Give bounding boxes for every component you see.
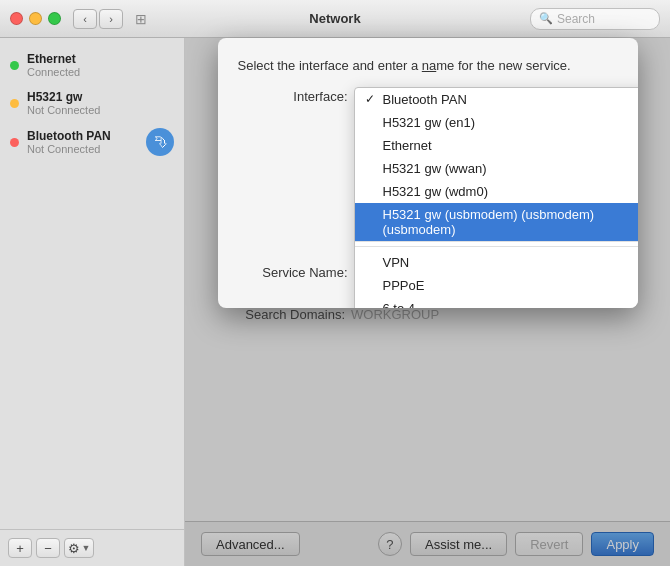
bluetooth-status: Not Connected [27, 143, 111, 155]
ethernet-info: Ethernet Connected [27, 52, 80, 78]
sidebar-item-ethernet[interactable]: Ethernet Connected [0, 46, 184, 84]
titlebar: ‹ › ⊞ Network 🔍 Search [0, 0, 670, 38]
close-button[interactable] [10, 12, 23, 25]
ethernet-name: Ethernet [27, 52, 80, 66]
forward-button[interactable]: › [99, 9, 123, 29]
interface-row: Interface: Bluetooth PAN ▲▼ Bluetooth PA… [238, 87, 618, 108]
dialog-overlay: Select the interface and enter a name fo… [185, 38, 670, 566]
dialog-title: Select the interface and enter a name fo… [238, 58, 618, 73]
add-service-button[interactable]: + [8, 538, 32, 558]
service-name-label: Service Name: [238, 263, 348, 280]
dropdown-item-pppoe[interactable]: PPPoE [355, 274, 638, 297]
h5321-info: H5321 gw Not Connected [27, 90, 100, 116]
h5321-name: H5321 gw [27, 90, 100, 104]
bluetooth-info: Bluetooth PAN Not Connected [27, 129, 111, 155]
sidebar-bottom: + − ⚙ ▼ [0, 529, 184, 566]
new-service-dialog: Select the interface and enter a name fo… [218, 38, 638, 308]
maximize-button[interactable] [48, 12, 61, 25]
dropdown-item-6to4[interactable]: 6 to 4 [355, 297, 638, 308]
main-container: Ethernet Connected H5321 gw Not Connecte… [0, 38, 670, 566]
remove-service-button[interactable]: − [36, 538, 60, 558]
dropdown-item-h5321-wwan[interactable]: H5321 gw (wwan) [355, 157, 638, 180]
dialog-body: Select the interface and enter a name fo… [218, 38, 638, 284]
dropdown-item-h5321-en1[interactable]: H5321 gw (en1) [355, 111, 638, 134]
sidebar-item-h5321[interactable]: H5321 gw Not Connected [0, 84, 184, 122]
bluetooth-name: Bluetooth PAN [27, 129, 111, 143]
dropdown-item-h5321-usbmodem[interactable]: H5321 gw (usbmodem) (usbmodem) (usbmodem… [355, 203, 638, 241]
status-dot-red [10, 138, 19, 147]
dropdown-item-ethernet[interactable]: Ethernet [355, 134, 638, 157]
status-dot-yellow [10, 99, 19, 108]
search-placeholder: Search [557, 12, 595, 26]
search-box[interactable]: 🔍 Search [530, 8, 660, 30]
traffic-lights [10, 12, 61, 25]
interface-label: Interface: [238, 87, 348, 104]
interface-dropdown-menu[interactable]: Bluetooth PAN H5321 gw (en1) Ethernet H5… [354, 87, 638, 308]
sidebar-list: Ethernet Connected H5321 gw Not Connecte… [0, 38, 184, 529]
window-title: Network [309, 11, 360, 26]
search-icon: 🔍 [539, 12, 553, 25]
interface-dropdown-container: Bluetooth PAN ▲▼ Bluetooth PAN H5321 gw … [356, 87, 618, 108]
sidebar-item-bluetooth[interactable]: Bluetooth PAN Not Connected ⮷ [0, 122, 184, 162]
gear-menu-button[interactable]: ⚙ ▼ [64, 538, 94, 558]
dropdown-item-vpn[interactable]: VPN [355, 251, 638, 274]
dropdown-section-2: VPN PPPoE 6 to 4 [355, 251, 638, 308]
bluetooth-icon: ⮷ [146, 128, 174, 156]
dropdown-item-h5321-wdm0[interactable]: H5321 gw (wdm0) [355, 180, 638, 203]
dropdown-section-1: Bluetooth PAN H5321 gw (en1) Ethernet H5… [355, 88, 638, 242]
nav-buttons: ‹ › [73, 9, 123, 29]
grid-button[interactable]: ⊞ [135, 11, 147, 27]
back-button[interactable]: ‹ [73, 9, 97, 29]
minimize-button[interactable] [29, 12, 42, 25]
dropdown-separator [355, 246, 638, 247]
content-panel: Subnet Mask: 255.255.255.0 Router: 192.1… [185, 38, 670, 566]
status-dot-green [10, 61, 19, 70]
dropdown-item-bluetooth-pan[interactable]: Bluetooth PAN [355, 88, 638, 111]
ethernet-status: Connected [27, 66, 80, 78]
sidebar: Ethernet Connected H5321 gw Not Connecte… [0, 38, 185, 566]
h5321-status: Not Connected [27, 104, 100, 116]
